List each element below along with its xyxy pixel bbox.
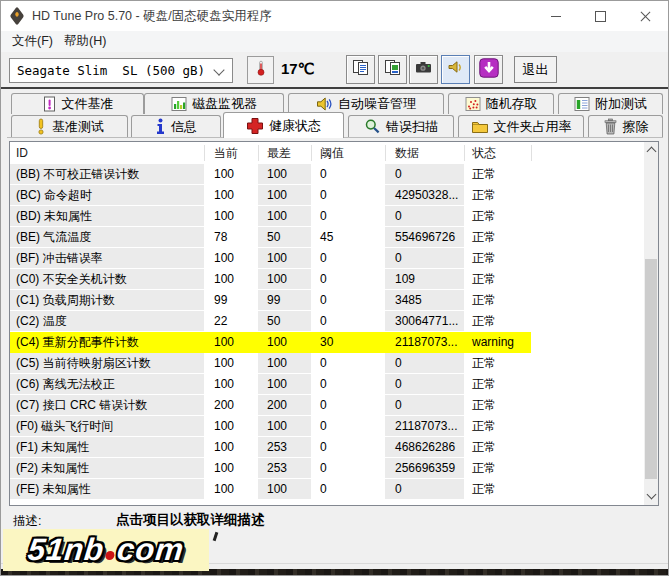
attr-id: (BD) 未知属性: [10, 206, 204, 227]
table-row[interactable]: (C1) 负载周期计数999903485正常: [10, 290, 644, 311]
attr-id: (C0) 不安全关机计数: [10, 269, 204, 290]
column-header-id[interactable]: ID: [16, 142, 28, 164]
column-header-current[interactable]: 当前: [214, 142, 238, 164]
threshold-value: 0: [311, 311, 385, 332]
tab-info[interactable]: 信息: [131, 115, 221, 137]
attr-id: (FE) 未知属性: [10, 479, 204, 500]
tab-extra-tests[interactable]: 附加测试: [558, 93, 663, 114]
worst-value: 99: [258, 290, 311, 311]
disk-monitor-icon: [171, 96, 187, 112]
table-row[interactable]: (C5) 当前待映射扇区计数10010000正常: [10, 353, 644, 374]
tab-auto-acoustic[interactable]: 自动噪音管理: [288, 93, 444, 114]
acoustic-button[interactable]: [441, 55, 470, 84]
table-row[interactable]: (F1) 未知属性1002530468626286正常: [10, 437, 644, 458]
worst-value: 100: [258, 185, 311, 206]
tab-health[interactable]: 健康状态: [223, 112, 344, 138]
threshold-value: 0: [311, 374, 385, 395]
maximize-icon: [595, 11, 606, 22]
tab-disk-monitor[interactable]: 磁盘监视器: [144, 93, 284, 114]
tab-benchmark[interactable]: 基准测试: [11, 115, 128, 137]
status-value: 正常: [464, 185, 531, 206]
watermark-tick: [213, 532, 219, 541]
drive-selector[interactable]: Seagate Slim SL (500 gB): [9, 58, 233, 83]
status-value: 正常: [464, 437, 531, 458]
scroll-up-arrow[interactable]: [644, 142, 658, 159]
table-row[interactable]: (C7) 接口 CRC 错误计数20020000正常: [10, 395, 644, 416]
threshold-value: 0: [311, 458, 385, 479]
table-row[interactable]: (BB) 不可校正错误计数10010000正常: [10, 164, 644, 185]
table-row[interactable]: (BE) 气流温度785045554696726正常: [10, 227, 644, 248]
title-bar: HD Tune Pro 5.70 - 硬盘/固态硬盘实用程序: [1, 1, 668, 32]
column-header-status[interactable]: 状态: [472, 142, 496, 164]
threshold-value: 0: [311, 395, 385, 416]
header-separator: [531, 145, 532, 161]
purple-download-icon: [479, 58, 499, 82]
copy-image-button[interactable]: [378, 55, 407, 84]
current-value: 100: [204, 332, 258, 353]
status-value: 正常: [464, 353, 531, 374]
menu-help[interactable]: 帮助(H): [57, 31, 113, 52]
table-row[interactable]: (BC) 命令超时100100042950328...正常: [10, 185, 644, 206]
worst-value: 50: [258, 227, 311, 248]
close-icon: [640, 11, 651, 22]
threshold-value: 0: [311, 353, 385, 374]
vertical-scrollbar[interactable]: [644, 142, 658, 505]
data-value: 554696726: [385, 227, 464, 248]
watermark-51nb: 51nbcom: [3, 529, 209, 571]
header-separator: [258, 145, 259, 161]
copy-text-button[interactable]: [346, 55, 375, 84]
column-header-threshold[interactable]: 阈值: [320, 142, 344, 164]
data-value: 0: [385, 395, 464, 416]
table-row[interactable]: (BF) 冲击错误率10010000正常: [10, 248, 644, 269]
column-header-worst[interactable]: 最差: [267, 142, 291, 164]
worst-value: 253: [258, 437, 311, 458]
worst-value: 253: [258, 458, 311, 479]
maximize-button[interactable]: [578, 1, 623, 31]
table-row[interactable]: (C0) 不安全关机计数1001000109正常: [10, 269, 644, 290]
minimize-button[interactable]: [533, 1, 578, 31]
table-row[interactable]: (C2) 温度2250030064771...正常: [10, 311, 644, 332]
worst-value: 200: [258, 395, 311, 416]
exit-button[interactable]: 退出: [514, 56, 557, 83]
scroll-down-arrow[interactable]: [644, 488, 658, 505]
table-row[interactable]: (C6) 离线无法校正10010000正常: [10, 374, 644, 395]
status-value: 正常: [464, 374, 531, 395]
tab-file-benchmark[interactable]: 文件基准: [11, 93, 144, 114]
current-value: 200: [204, 395, 258, 416]
threshold-value: 45: [311, 227, 385, 248]
close-button[interactable]: [623, 1, 668, 31]
tab-label: 文件夹占用率: [494, 118, 572, 136]
threshold-value: 0: [311, 416, 385, 437]
table-row[interactable]: (BD) 未知属性10010000正常: [10, 206, 644, 227]
table-row[interactable]: (C4) 重新分配事件计数1001003021187073...warning: [10, 332, 644, 353]
description-label: 描述:: [13, 513, 41, 530]
table-row[interactable]: (F2) 未知属性1002530256696359正常: [10, 458, 644, 479]
error-scan-icon: [364, 118, 381, 135]
screenshot-button[interactable]: [409, 55, 438, 84]
benchmark-icon: [35, 118, 47, 135]
threshold-value: 30: [311, 332, 385, 353]
tab-error-scan[interactable]: 错误扫描: [348, 115, 454, 137]
erase-icon: [603, 118, 618, 135]
tab-erase[interactable]: 擦除: [588, 115, 663, 137]
temperature-button[interactable]: [247, 56, 274, 84]
table-row[interactable]: (FE) 未知属性10010000正常: [10, 479, 644, 500]
worst-value: 100: [258, 332, 311, 353]
save-results-button[interactable]: [474, 55, 503, 84]
tab-random-access[interactable]: 随机存取: [448, 93, 554, 114]
menu-file[interactable]: 文件(F): [5, 31, 60, 52]
attr-id: (C6) 离线无法校正: [10, 374, 204, 395]
tab-folder-usage[interactable]: 文件夹占用率: [458, 115, 584, 137]
watermark-text: 51nbcom: [26, 532, 186, 568]
column-header-data[interactable]: 数据: [395, 142, 419, 164]
status-value: 正常: [464, 311, 531, 332]
data-value: 468626286: [385, 437, 464, 458]
table-row[interactable]: (F0) 磁头飞行时间100100021187073...正常: [10, 416, 644, 437]
data-value: 3485: [385, 290, 464, 311]
scrollbar-thumb[interactable]: [645, 259, 657, 479]
current-value: 99: [204, 290, 258, 311]
attr-id: (BF) 冲击错误率: [10, 248, 204, 269]
attr-id: (BE) 气流温度: [10, 227, 204, 248]
current-value: 100: [204, 479, 258, 500]
worst-value: 100: [258, 479, 311, 500]
